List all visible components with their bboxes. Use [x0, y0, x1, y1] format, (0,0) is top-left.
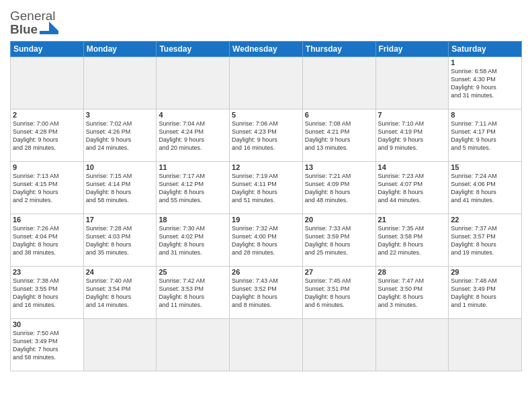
day-info: Sunrise: 7:37 AM Sunset: 3:57 PM Dayligh… [451, 224, 519, 257]
day-info: Sunrise: 7:06 AM Sunset: 4:23 PM Dayligh… [232, 120, 300, 152]
day-info: Sunrise: 7:33 AM Sunset: 3:59 PM Dayligh… [305, 224, 373, 257]
day-info: Sunrise: 7:26 AM Sunset: 4:04 PM Dayligh… [13, 224, 81, 257]
logo-blue-text: Blue [10, 23, 38, 36]
calendar-week-row: 1Sunrise: 6:58 AM Sunset: 4:30 PM Daylig… [11, 57, 522, 109]
table-row: 11Sunrise: 7:17 AM Sunset: 4:12 PM Dayli… [157, 162, 230, 214]
day-number: 6 [305, 111, 373, 119]
table-row: 24Sunrise: 7:40 AM Sunset: 3:54 PM Dayli… [83, 267, 157, 319]
day-number: 7 [378, 111, 447, 119]
table-row [375, 57, 449, 109]
day-info: Sunrise: 7:30 AM Sunset: 4:02 PM Dayligh… [159, 224, 227, 257]
table-row: 18Sunrise: 7:30 AM Sunset: 4:02 PM Dayli… [157, 214, 230, 267]
header: General Blue [10, 7, 522, 37]
logo: General Blue [10, 9, 58, 37]
day-info: Sunrise: 7:00 AM Sunset: 4:28 PM Dayligh… [13, 120, 81, 152]
day-number: 2 [13, 111, 81, 119]
table-row [11, 57, 84, 109]
table-row: 5Sunrise: 7:06 AM Sunset: 4:23 PM Daylig… [230, 109, 303, 162]
table-row: 3Sunrise: 7:02 AM Sunset: 4:26 PM Daylig… [83, 109, 157, 162]
day-info: Sunrise: 7:04 AM Sunset: 4:24 PM Dayligh… [159, 120, 227, 152]
table-row: 27Sunrise: 7:45 AM Sunset: 3:51 PM Dayli… [302, 267, 375, 319]
col-sunday: Sunday [11, 42, 84, 57]
calendar-week-row: 30Sunrise: 7:50 AM Sunset: 3:49 PM Dayli… [11, 319, 522, 371]
page: General Blue [0, 0, 532, 411]
table-row: 29Sunrise: 7:48 AM Sunset: 3:49 PM Dayli… [449, 267, 522, 319]
col-thursday: Thursday [302, 42, 375, 57]
table-row [302, 57, 375, 109]
calendar-table: Sunday Monday Tuesday Wednesday Thursday… [10, 41, 522, 371]
col-wednesday: Wednesday [230, 42, 303, 57]
day-info: Sunrise: 7:32 AM Sunset: 4:00 PM Dayligh… [232, 224, 300, 257]
table-row: 6Sunrise: 7:08 AM Sunset: 4:21 PM Daylig… [302, 109, 375, 162]
table-row: 13Sunrise: 7:21 AM Sunset: 4:09 PM Dayli… [302, 162, 375, 214]
day-info: Sunrise: 7:43 AM Sunset: 3:52 PM Dayligh… [232, 277, 300, 310]
day-info: Sunrise: 7:10 AM Sunset: 4:19 PM Dayligh… [378, 120, 447, 152]
table-row: 23Sunrise: 7:38 AM Sunset: 3:55 PM Dayli… [11, 267, 84, 319]
calendar-header-row: Sunday Monday Tuesday Wednesday Thursday… [11, 42, 522, 57]
col-monday: Monday [83, 42, 157, 57]
col-tuesday: Tuesday [157, 42, 230, 57]
calendar-week-row: 23Sunrise: 7:38 AM Sunset: 3:55 PM Dayli… [11, 267, 522, 319]
day-info: Sunrise: 7:08 AM Sunset: 4:21 PM Dayligh… [305, 120, 373, 152]
table-row [302, 319, 375, 371]
day-info: Sunrise: 7:48 AM Sunset: 3:49 PM Dayligh… [451, 277, 519, 310]
day-number: 12 [232, 163, 300, 171]
day-number: 16 [13, 216, 81, 224]
day-info: Sunrise: 7:38 AM Sunset: 3:55 PM Dayligh… [13, 277, 81, 310]
table-row: 20Sunrise: 7:33 AM Sunset: 3:59 PM Dayli… [302, 214, 375, 267]
table-row: 8Sunrise: 7:11 AM Sunset: 4:17 PM Daylig… [449, 109, 522, 162]
table-row: 26Sunrise: 7:43 AM Sunset: 3:52 PM Dayli… [230, 267, 303, 319]
day-number: 14 [378, 163, 447, 171]
day-number: 17 [86, 216, 154, 224]
calendar-week-row: 16Sunrise: 7:26 AM Sunset: 4:04 PM Dayli… [11, 214, 522, 267]
table-row: 10Sunrise: 7:15 AM Sunset: 4:14 PM Dayli… [83, 162, 157, 214]
day-info: Sunrise: 7:24 AM Sunset: 4:06 PM Dayligh… [451, 172, 519, 205]
day-info: Sunrise: 7:23 AM Sunset: 4:07 PM Dayligh… [378, 172, 447, 205]
table-row: 12Sunrise: 7:19 AM Sunset: 4:11 PM Dayli… [230, 162, 303, 214]
table-row [230, 57, 303, 109]
day-number: 24 [86, 268, 154, 276]
day-number: 13 [305, 163, 373, 171]
table-row: 25Sunrise: 7:42 AM Sunset: 3:53 PM Dayli… [157, 267, 230, 319]
calendar-week-row: 9Sunrise: 7:13 AM Sunset: 4:15 PM Daylig… [11, 162, 522, 214]
logo-text: General [10, 9, 56, 22]
day-number: 25 [159, 268, 227, 276]
table-row: 30Sunrise: 7:50 AM Sunset: 3:49 PM Dayli… [11, 319, 84, 371]
day-number: 27 [305, 268, 373, 276]
svg-marker-1 [49, 21, 58, 31]
calendar-week-row: 2Sunrise: 7:00 AM Sunset: 4:28 PM Daylig… [11, 109, 522, 162]
day-number: 20 [305, 216, 373, 224]
table-row [375, 319, 449, 371]
day-number: 29 [451, 268, 519, 276]
table-row: 14Sunrise: 7:23 AM Sunset: 4:07 PM Dayli… [375, 162, 449, 214]
table-row: 4Sunrise: 7:04 AM Sunset: 4:24 PM Daylig… [157, 109, 230, 162]
day-info: Sunrise: 7:40 AM Sunset: 3:54 PM Dayligh… [86, 277, 154, 310]
table-row: 19Sunrise: 7:32 AM Sunset: 4:00 PM Dayli… [230, 214, 303, 267]
day-info: Sunrise: 7:19 AM Sunset: 4:11 PM Dayligh… [232, 172, 300, 205]
day-number: 19 [232, 216, 300, 224]
day-info: Sunrise: 7:45 AM Sunset: 3:51 PM Dayligh… [305, 277, 373, 310]
day-number: 8 [451, 111, 519, 119]
day-number: 26 [232, 268, 300, 276]
table-row: 21Sunrise: 7:35 AM Sunset: 3:58 PM Dayli… [375, 214, 449, 267]
table-row [83, 319, 157, 371]
svg-rect-0 [40, 31, 58, 34]
table-row [157, 57, 230, 109]
table-row: 7Sunrise: 7:10 AM Sunset: 4:19 PM Daylig… [375, 109, 449, 162]
day-number: 22 [451, 216, 519, 224]
day-info: Sunrise: 7:47 AM Sunset: 3:50 PM Dayligh… [378, 277, 447, 310]
day-info: Sunrise: 7:35 AM Sunset: 3:58 PM Dayligh… [378, 224, 447, 257]
table-row: 9Sunrise: 7:13 AM Sunset: 4:15 PM Daylig… [11, 162, 84, 214]
day-info: Sunrise: 7:13 AM Sunset: 4:15 PM Dayligh… [13, 172, 81, 205]
table-row [449, 319, 522, 371]
day-info: Sunrise: 7:28 AM Sunset: 4:03 PM Dayligh… [86, 224, 154, 257]
day-info: Sunrise: 7:11 AM Sunset: 4:17 PM Dayligh… [451, 120, 519, 152]
day-number: 15 [451, 163, 519, 171]
day-info: Sunrise: 7:15 AM Sunset: 4:14 PM Dayligh… [86, 172, 154, 205]
col-friday: Friday [375, 42, 449, 57]
day-number: 4 [159, 111, 227, 119]
table-row: 15Sunrise: 7:24 AM Sunset: 4:06 PM Dayli… [449, 162, 522, 214]
table-row [230, 319, 303, 371]
table-row [83, 57, 157, 109]
table-row: 1Sunrise: 6:58 AM Sunset: 4:30 PM Daylig… [449, 57, 522, 109]
